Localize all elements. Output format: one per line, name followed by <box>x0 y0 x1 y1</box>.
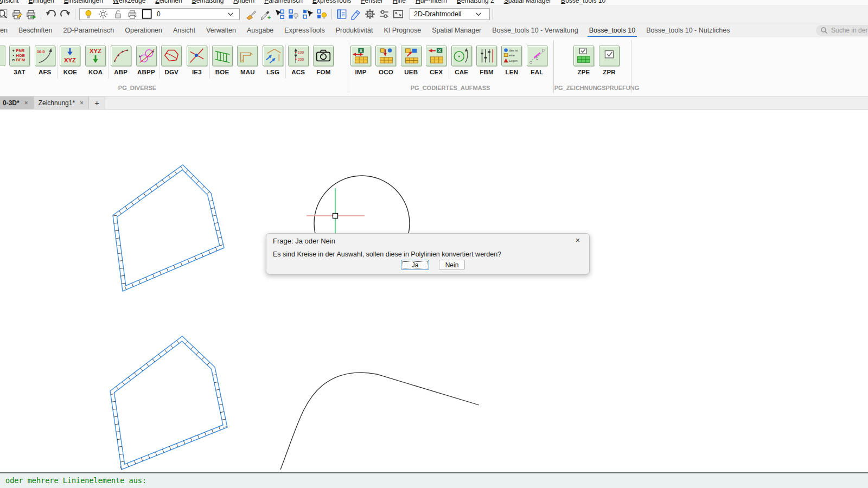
redo-icon[interactable] <box>58 8 72 21</box>
select-pick-icon[interactable] <box>301 8 315 21</box>
ribbon-button-imp[interactable]: XIMP <box>348 46 373 75</box>
properties-panel-icon[interactable] <box>335 8 349 21</box>
document-tab-0-3d[interactable]: 0-3D*× <box>0 97 34 109</box>
ribbon-button-abp[interactable]: ABP <box>108 46 133 75</box>
menu-item-einf-gen[interactable]: Einfügen <box>23 0 59 2</box>
menu-item-expresstools[interactable]: ExpressTools <box>308 0 356 2</box>
menu-item-werkzeuge[interactable]: Werkzeuge <box>108 0 150 2</box>
ribbon-button-len[interactable]: das isteineLegenLEN <box>499 46 524 75</box>
ribbon-tab-expresstools[interactable]: ExpressTools <box>279 24 330 37</box>
ribbon-button-koa[interactable]: XYZKOA <box>83 46 108 75</box>
ribbon-tab-produktivit-t[interactable]: Produktivität <box>330 24 379 37</box>
visual-style-dropdown[interactable]: 2D-Drahtmodell <box>410 8 490 20</box>
ribbon-search[interactable]: Suche in der <box>816 25 868 36</box>
eyedropper-add-icon[interactable]: + <box>258 8 272 21</box>
menu-item-bosse-tools-10[interactable]: Bosse_tools 10 <box>556 0 610 2</box>
ribbon-tab-ansicht[interactable]: Ansicht <box>168 24 201 37</box>
chevron-down-icon[interactable] <box>471 8 486 21</box>
layer-dropdown[interactable]: 0 <box>79 8 240 20</box>
len-icon: das isteineLegen <box>501 46 522 66</box>
ribbon-button-mau[interactable]: MAU <box>235 46 260 75</box>
menu-item-hilfe[interactable]: Hilfe <box>388 0 411 2</box>
document-tab-label: Zeichnung1* <box>39 99 75 107</box>
close-icon[interactable]: × <box>80 99 84 107</box>
new-tab-button[interactable]: + <box>89 97 105 109</box>
print-export-icon[interactable] <box>24 8 38 21</box>
select-highlight-icon[interactable] <box>315 8 329 21</box>
layer-lock-icon[interactable] <box>111 8 125 21</box>
select-similar-icon[interactable] <box>272 8 286 21</box>
settings-gear-icon[interactable] <box>363 8 377 21</box>
ribbon-tab-operationen[interactable]: Operationen <box>119 24 168 37</box>
ribbon-tab-bosse-tools-10[interactable]: Bosse_tools 10 <box>584 24 641 37</box>
menu-item-spatial-manager[interactable]: Spatial Manager <box>499 0 556 2</box>
ribbon-button-acs[interactable]: 100200ACS <box>286 46 311 75</box>
undo-icon[interactable] <box>44 8 58 21</box>
ribbon-button-abpp[interactable]: ABPP <box>134 46 159 75</box>
menu-item-ansicht[interactable]: Ansicht <box>0 0 23 2</box>
match-properties-brush-icon[interactable] <box>244 8 258 21</box>
dialog-no-button[interactable]: Nein <box>439 260 465 270</box>
menu-bar: AnsichtEinfügenEinstellungenWerkzeugeZei… <box>0 0 868 5</box>
menu-item-bema-ung-2[interactable]: Bemaßung 2 <box>452 0 499 2</box>
chevron-down-icon[interactable] <box>224 8 238 21</box>
document-tab-zeichnung1[interactable]: Zeichnung1*× <box>34 97 89 109</box>
dialog-yes-button[interactable]: Ja <box>401 260 429 270</box>
command-line[interactable]: oder mehrere Linienelemente aus: <box>0 472 868 488</box>
ribbon-tab-spatial-manager[interactable]: Spatial Manager <box>426 24 487 37</box>
ribbon-button-fom[interactable]: FOM <box>311 46 336 75</box>
ribbon-button-label: FOM <box>311 69 336 75</box>
dialog-close-icon[interactable]: × <box>573 235 583 245</box>
ribbon-tab-verwalten[interactable]: Verwalten <box>201 24 241 37</box>
ribbon-button-cex[interactable]: XCEX <box>424 46 449 75</box>
close-icon[interactable]: × <box>24 99 28 107</box>
svg-text:BEM: BEM <box>16 57 25 62</box>
select-show-icon[interactable] <box>286 8 301 21</box>
ribbon-button-ie3[interactable]: IE3 <box>184 46 209 75</box>
menu-item-zeichnen[interactable]: Zeichnen <box>150 0 187 2</box>
menu-item-ndern[interactable]: Ändern <box>228 0 259 2</box>
ribbon-tab-ki-prognose[interactable]: KI Prognose <box>378 24 426 37</box>
ribbon-button-dgv[interactable]: DGV <box>159 46 184 75</box>
ribbon-tab-ausgabe[interactable]: Ausgabe <box>241 24 279 37</box>
drafting-pencil-icon[interactable] <box>349 8 363 21</box>
print-setup-icon[interactable] <box>10 8 24 21</box>
ribbon-button-zpr[interactable]: ZPR <box>597 46 622 75</box>
options-sliders-icon[interactable] <box>377 8 391 21</box>
ribbon-button-zpe[interactable]: ZPE <box>571 46 596 75</box>
zpe-icon <box>573 46 594 66</box>
ribbon-button-cae[interactable]: CAE <box>449 46 474 75</box>
menu-item-hup-intern[interactable]: HuP-Intern <box>411 0 452 2</box>
clipped-ribbon-button[interactable] <box>0 46 5 66</box>
print-preview-icon[interactable] <box>0 8 10 21</box>
layer-color-swatch-icon[interactable] <box>140 8 154 21</box>
layer-on-icon[interactable] <box>81 8 95 21</box>
ribbon-tab-en[interactable]: en <box>0 24 13 37</box>
band-polyline-outer <box>110 336 227 470</box>
menu-item-parametrisch[interactable]: Parametrisch <box>259 0 308 2</box>
ribbon-button-oco[interactable]: OCO <box>373 46 398 75</box>
ribbon-button-afs[interactable]: 10.0AFS <box>33 46 58 75</box>
ribbon-button-lsg[interactable]: LSG <box>260 46 285 75</box>
viewport-screen-icon[interactable] <box>391 8 405 21</box>
menu-item-fenster[interactable]: Fenster <box>356 0 388 2</box>
ribbon-tab-2d-parametrisch[interactable]: 2D-Parametrisch <box>58 24 119 37</box>
ribbon-button-3at[interactable]: PNRHOEBEM3AT <box>7 46 32 75</box>
ribbon-button-eal[interactable]: EAL <box>525 46 550 75</box>
ribbon-button-fbm[interactable]: FBM <box>474 46 499 75</box>
layer-freeze-icon[interactable] <box>96 8 110 21</box>
ribbon-button-ueb[interactable]: UEB <box>399 46 424 75</box>
svg-text:XYZ: XYZ <box>64 57 76 63</box>
ribbon-tab-bosse-tools-10-n-tzliches[interactable]: Bosse_tools 10 - Nützliches <box>641 24 735 37</box>
layer-plot-icon[interactable] <box>125 8 139 21</box>
ribbon-button-koe[interactable]: XYZKOE <box>58 46 82 75</box>
ribbon-panel: PNRHOEBEM3AT10.0AFSXYZKOEXYZKOAABPABPPDG… <box>0 37 868 97</box>
ribbon-button-boe[interactable]: BOE <box>210 46 235 75</box>
cad-application-window: AnsichtEinfügenEinstellungenWerkzeugeZei… <box>0 0 868 110</box>
menu-item-einstellungen[interactable]: Einstellungen <box>59 0 108 2</box>
ribbon-tab-beschriften[interactable]: Beschriften <box>13 24 58 37</box>
ribbon-button-label: ZPE <box>571 69 596 75</box>
ribbon-tab-bosse-tools-10-verwaltung[interactable]: Bosse_tools 10 - Verwaltung <box>487 24 583 37</box>
drawing-canvas[interactable] <box>0 110 868 472</box>
menu-item-bema-ung[interactable]: Bemaßung <box>187 0 229 2</box>
